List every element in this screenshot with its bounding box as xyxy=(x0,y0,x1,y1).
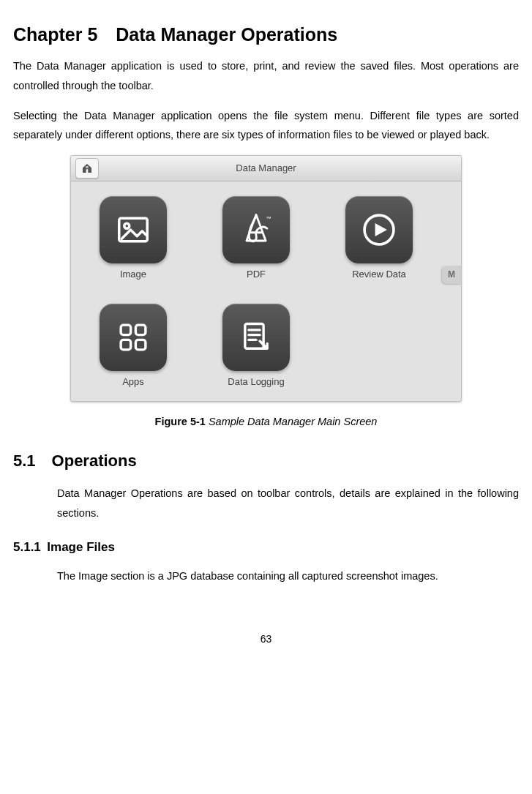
section-5-1-1-heading: 5.1.1 Image Files xyxy=(13,536,519,558)
tile-apps[interactable]: Apps xyxy=(90,304,176,386)
image-icon xyxy=(113,209,154,250)
svg-rect-7 xyxy=(121,340,131,351)
tile-label: Data Logging xyxy=(228,377,284,386)
screen-body: Image ™ PDF xyxy=(71,181,461,401)
intro-para-2: Selecting the Data Manager application o… xyxy=(13,106,519,146)
svg-point-2 xyxy=(124,224,130,229)
figure-5-1: M Data Manager Image xyxy=(70,155,462,432)
svg-rect-5 xyxy=(121,325,131,335)
tile-data-logging[interactable]: Data Logging xyxy=(213,304,299,386)
tile-label: Apps xyxy=(122,377,144,386)
tile-review-data[interactable]: Review Data xyxy=(336,196,422,279)
figure-label: Figure 5-1 xyxy=(155,416,206,427)
page-number: 63 xyxy=(13,630,519,649)
pdf-icon: ™ xyxy=(234,208,278,252)
device-screenshot: M Data Manager Image xyxy=(70,155,462,402)
home-icon: M xyxy=(81,162,93,174)
svg-text:™: ™ xyxy=(266,215,271,222)
svg-rect-8 xyxy=(135,340,146,351)
tile-pdf[interactable]: ™ PDF xyxy=(213,196,299,279)
screen-header: M Data Manager xyxy=(71,156,461,181)
tile-label: Review Data xyxy=(352,269,406,279)
intro-para-1: The Data Manager application is used to … xyxy=(13,56,519,96)
section-5-1-1-para: The Image section is a JPG database cont… xyxy=(57,566,519,586)
svg-rect-6 xyxy=(135,325,146,335)
figure-text: Sample Data Manager Main Screen xyxy=(206,416,378,427)
figure-caption: Figure 5-1 Sample Data Manager Main Scre… xyxy=(70,412,462,432)
apps-icon xyxy=(113,318,153,357)
tile-label: PDF xyxy=(247,269,266,279)
section-5-1-para: Data Manager Operations are based on too… xyxy=(57,484,519,523)
section-5-1-heading: 5.1 Operations xyxy=(13,446,519,476)
tile-label: Image xyxy=(120,269,146,279)
header-title: Data Manager xyxy=(71,160,461,177)
chapter-heading: Chapter 5 Data Manager Operations xyxy=(13,22,519,48)
play-icon xyxy=(358,209,400,251)
tile-image[interactable]: Image xyxy=(90,196,176,279)
home-button[interactable]: M xyxy=(75,158,99,179)
side-tab[interactable]: M xyxy=(442,265,461,284)
data-logging-icon xyxy=(236,318,276,357)
